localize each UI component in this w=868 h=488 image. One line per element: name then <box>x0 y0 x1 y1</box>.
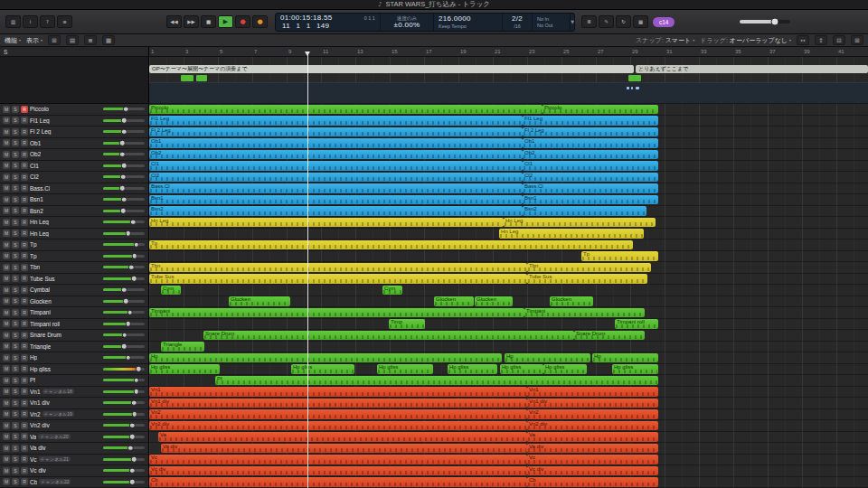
mute-button[interactable]: M <box>3 117 10 124</box>
region[interactable]: Fl 2 Leg <box>149 127 523 137</box>
mute-button[interactable]: M <box>3 297 10 305</box>
region[interactable]: Glocken <box>434 296 474 306</box>
volume-knob[interactable] <box>125 230 131 237</box>
record-enable-button[interactable]: R <box>21 219 28 226</box>
region[interactable]: Vc <box>527 455 658 465</box>
volume-slider[interactable] <box>103 187 145 190</box>
region[interactable]: Cym <box>382 286 402 296</box>
region[interactable]: Hn Leg <box>504 218 656 228</box>
record-enable-button[interactable]: R <box>21 399 28 407</box>
region[interactable]: Tube Sus <box>149 274 527 284</box>
zoom-in-icon[interactable]: ⊞ <box>851 35 863 45</box>
volume-slider[interactable] <box>103 481 145 483</box>
track-header[interactable]: MSRTimpani <box>0 307 148 319</box>
solo-button[interactable]: S <box>12 467 19 474</box>
mute-button[interactable]: M <box>3 422 10 429</box>
stop-button[interactable]: ■ <box>201 15 216 28</box>
zoom-out-icon[interactable]: ⊟ <box>833 35 845 45</box>
region[interactable]: Cl1 <box>523 161 658 171</box>
track-header[interactable]: MSROb1 <box>0 138 148 150</box>
region[interactable]: Timpani <box>149 308 524 318</box>
record-enable-button[interactable]: R <box>21 106 28 113</box>
region[interactable]: Hp gliss <box>291 364 354 374</box>
track-header[interactable]: MSRVn2チャンネル19 <box>0 409 148 421</box>
record-enable-button[interactable]: R <box>21 139 28 146</box>
volume-slider[interactable] <box>103 119 145 122</box>
region[interactable]: Vn1 <box>527 387 658 397</box>
region[interactable]: Timpani <box>524 308 645 318</box>
record-enable-button[interactable]: R <box>21 241 28 249</box>
solo-button[interactable]: S <box>12 151 19 158</box>
note-pad-icon[interactable]: ✎ <box>599 15 614 28</box>
track-header[interactable]: MSRHn Leg <box>0 229 148 240</box>
track-header[interactable]: MSRVn1チャンネル18 <box>0 387 148 399</box>
track-header[interactable]: MSRCbチャンネル22 <box>0 477 148 488</box>
region[interactable]: Timp <box>389 319 425 329</box>
mute-button[interactable]: M <box>3 106 10 113</box>
region[interactable]: Bsn1 <box>523 195 658 205</box>
marker[interactable]: OP〜テーマ〜展開〜テーマの演奏まで <box>149 65 634 73</box>
track-header[interactable]: MSRBsn2 <box>0 206 148 218</box>
list-view-icon[interactable]: ▤ <box>66 35 79 45</box>
mute-button[interactable]: M <box>3 354 10 361</box>
region[interactable]: Va <box>158 432 527 442</box>
track-header[interactable]: MSRFl 2 Leg <box>0 127 148 138</box>
quick-help-icon[interactable]: ? <box>40 15 55 28</box>
volume-slider[interactable] <box>103 333 145 336</box>
track-header[interactable]: MSRTube Sus <box>0 274 148 286</box>
volume-slider[interactable] <box>103 210 145 212</box>
mute-button[interactable]: M <box>3 433 10 440</box>
volume-slider[interactable] <box>103 277 145 280</box>
region[interactable]: Tbn <box>527 263 651 273</box>
solo-button[interactable]: S <box>12 139 19 146</box>
volume-knob[interactable] <box>123 107 129 113</box>
volume-knob[interactable] <box>132 411 138 418</box>
volume-knob[interactable] <box>120 174 127 181</box>
track-header[interactable]: MSRTimpani roll <box>0 319 148 331</box>
mute-button[interactable]: M <box>3 230 10 237</box>
mute-button[interactable]: M <box>3 286 10 294</box>
playhead-head[interactable] <box>305 52 310 56</box>
region[interactable]: Va div <box>527 444 658 454</box>
playhead[interactable] <box>307 52 308 488</box>
region[interactable]: Glocken <box>475 296 513 306</box>
volume-knob[interactable] <box>129 468 136 474</box>
region[interactable]: Bass.Cl <box>149 183 523 193</box>
volume-knob[interactable] <box>119 185 126 192</box>
library-icon[interactable]: ▥ <box>5 15 21 28</box>
volume-slider[interactable] <box>103 288 145 291</box>
solo-button[interactable]: S <box>12 332 19 339</box>
volume-knob[interactable] <box>119 152 126 158</box>
region[interactable]: Va div <box>161 444 527 454</box>
horizontal-zoom-icon[interactable]: ↔ <box>797 35 809 45</box>
volume-knob[interactable] <box>131 276 137 282</box>
track-header[interactable]: MSRVcチャンネル21 <box>0 455 148 466</box>
mute-button[interactable]: M <box>3 207 10 214</box>
volume-slider[interactable] <box>103 356 145 359</box>
volume-knob[interactable] <box>131 456 137 463</box>
solo-button[interactable]: S <box>12 410 19 418</box>
solo-button[interactable]: S <box>12 297 19 305</box>
region[interactable]: Hp <box>149 353 502 363</box>
region[interactable]: Hp <box>592 353 658 363</box>
region[interactable]: Vn2 <box>149 409 527 419</box>
volume-slider[interactable] <box>103 130 145 133</box>
volume-knob[interactable] <box>119 140 126 146</box>
mute-button[interactable]: M <box>3 184 10 192</box>
track-header[interactable]: MSROb2 <box>0 149 148 161</box>
region[interactable]: Tbn <box>149 263 527 273</box>
forward-button[interactable]: ▶▶ <box>184 15 199 28</box>
region[interactable]: Cb <box>149 477 527 487</box>
record-enable-button[interactable]: R <box>21 252 28 259</box>
snap-menu[interactable]: スナップ: スマート ▾ <box>636 36 694 45</box>
volume-slider[interactable] <box>103 458 145 461</box>
capture-button[interactable]: ● <box>252 15 268 28</box>
solo-button[interactable]: S <box>12 399 19 407</box>
rows-view-icon[interactable]: ≣ <box>84 35 97 45</box>
master-volume-knob[interactable] <box>771 18 779 26</box>
region[interactable]: Hp gliss <box>377 364 433 374</box>
region[interactable]: Snare Drum <box>574 331 645 341</box>
volume-knob[interactable] <box>131 400 137 407</box>
solo-button[interactable]: S <box>12 388 19 395</box>
volume-slider[interactable] <box>103 446 145 449</box>
